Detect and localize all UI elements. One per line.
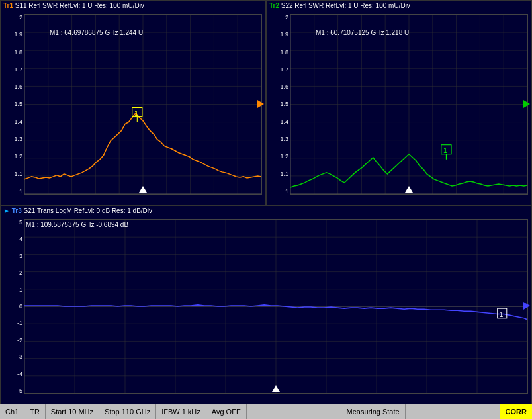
tr1-label: Tr1 [3, 2, 13, 9]
tr2-bottom-triangle [405, 186, 413, 194]
tr3-label: Tr3 [12, 207, 22, 214]
svg-marker-71 [523, 302, 530, 310]
tr2-canvas: M1 : 60.71075125 GHz 1.218 U [290, 14, 528, 195]
status-measuring: Measuring State [341, 404, 406, 419]
status-tr: TR [24, 404, 46, 419]
svg-marker-70 [272, 385, 280, 392]
tr3-canvas: M1 : 109.5875375 GHz -0.6894 dB [24, 219, 528, 394]
tr3-title: ► Tr3 S21 Trans LogM RefLvl: 0 dB Res: 1… [3, 207, 152, 214]
tr1-title-text: S11 Refl SWR RefLvl: 1 U Res: 100 mU/Div [15, 2, 144, 9]
tr3-right-triangle [523, 302, 530, 311]
status-ifbw: IFBW 1 kHz [156, 404, 206, 419]
tr2-label: Tr2 [269, 2, 279, 9]
status-bar: Ch1 TR Start 10 MHz Stop 110 GHz IFBW 1 … [0, 404, 532, 419]
tr1-title: Tr1 S11 Refl SWR RefLvl: 1 U Res: 100 mU… [3, 2, 144, 9]
tr1-canvas: M1 : 64.69786875 GHz 1.244 U [24, 14, 262, 195]
tr2-title-text: S22 Refl SWR RefLvl: 1 U Res: 100 mU/Div [281, 2, 410, 9]
tr2-marker: M1 : 60.71075125 GHz 1.218 U [316, 29, 409, 36]
tr3-title-text: S21 Trans LogM RefLvl: 0 dB Res: 1 dB/Di… [23, 207, 152, 214]
svg-text:1: 1 [134, 110, 138, 117]
svg-marker-22 [139, 186, 147, 193]
status-start: Start 10 MHz [46, 404, 99, 419]
tr2-panel: Tr2 S22 Refl SWR RefLvl: 1 U Res: 100 mU… [266, 0, 532, 205]
tr2-right-triangle [523, 100, 530, 109]
tr2-svg: 1 [290, 15, 527, 194]
plots-area: Tr1 S11 Refl SWR RefLvl: 1 U Res: 100 mU… [0, 0, 532, 404]
svg-text:1: 1 [500, 311, 504, 318]
tr3-marker: M1 : 109.5875375 GHz -0.6894 dB [26, 221, 128, 228]
tr2-title: Tr2 S22 Refl SWR RefLvl: 1 U Res: 100 mU… [269, 2, 410, 9]
top-row: Tr1 S11 Refl SWR RefLvl: 1 U Res: 100 mU… [0, 0, 532, 205]
tr1-svg: 1 [24, 15, 261, 194]
tr3-panel: ► Tr3 S21 Trans LogM RefLvl: 0 dB Res: 1… [0, 205, 532, 404]
tr3-y-axis: 5 4 3 2 1 0 -1 -2 -3 -4 -5 [1, 219, 24, 394]
status-avg: Avg OFF [206, 404, 247, 419]
status-stop: Stop 110 GHz [99, 404, 156, 419]
tr1-marker: M1 : 64.69786875 GHz 1.244 U [50, 29, 143, 36]
svg-marker-46 [405, 186, 413, 193]
tr1-panel: Tr1 S11 Refl SWR RefLvl: 1 U Res: 100 mU… [0, 0, 266, 205]
status-ch: Ch1 [0, 404, 24, 419]
main-container: Tr1 S11 Refl SWR RefLvl: 1 U Res: 100 mU… [0, 0, 532, 419]
svg-marker-23 [257, 100, 264, 108]
tr1-right-triangle [257, 100, 264, 109]
svg-text:1: 1 [443, 147, 447, 154]
tr1-y-axis: 2 1.9 1.8 1.7 1.6 1.5 1.4 1.3 1.2 1.1 1 [1, 14, 24, 195]
tr2-y-axis: 2 1.9 1.8 1.7 1.6 1.5 1.4 1.3 1.2 1.1 1 [267, 14, 290, 195]
tr1-bottom-triangle [139, 186, 147, 194]
svg-marker-47 [523, 100, 530, 108]
tr3-arrow: ► [3, 207, 10, 214]
tr3-bottom-triangle [272, 385, 280, 393]
status-corr: CORR [500, 404, 532, 419]
tr3-svg: 1 [24, 220, 527, 393]
